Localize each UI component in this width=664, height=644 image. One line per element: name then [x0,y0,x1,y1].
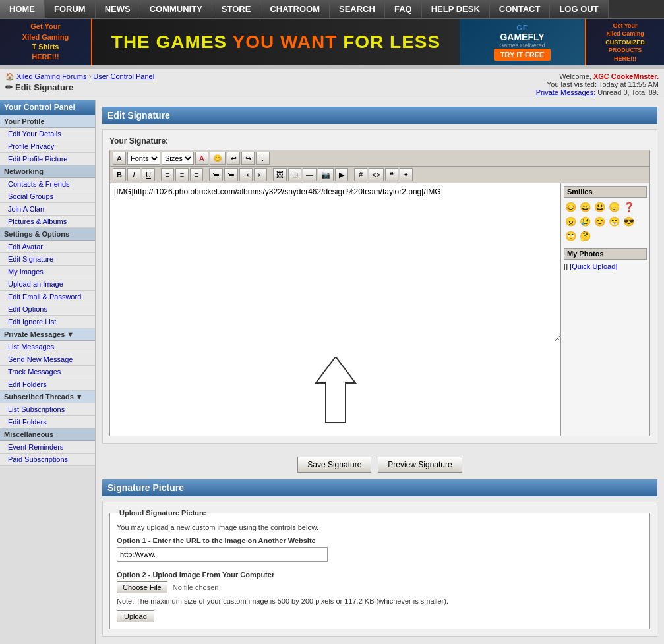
nav-search[interactable]: SEARCH [330,0,385,18]
nav-contact[interactable]: CONTACT [490,0,551,18]
smiley-12[interactable]: 🤔 [578,229,591,243]
smiley-5[interactable]: ❓ [622,200,635,214]
nav-faq[interactable]: FAQ [385,0,422,18]
nav-home[interactable]: HOME [0,0,45,18]
toolbar-img2[interactable]: 📷 [318,168,334,181]
sidebar-upload-image[interactable]: Upload an Image [0,278,95,291]
toolbar-undo[interactable]: ↩ [227,152,240,165]
toolbar-underline[interactable]: U [142,168,155,181]
toolbar-align-left[interactable]: ≡ [161,168,174,181]
smiley-8[interactable]: 😊 [593,215,606,228]
toolbar-hr[interactable]: — [303,168,317,181]
smiley-10[interactable]: 😎 [622,215,635,228]
smiley-7[interactable]: 😢 [578,215,591,228]
pm-label: Private Messages [4,330,65,338]
smilies-title: Smilies [564,186,647,198]
sidebar-edit-options[interactable]: Edit Options [0,303,95,316]
smiley-1[interactable]: 😊 [564,200,577,214]
nav-forum[interactable]: FORUM [45,0,96,18]
smiley-4[interactable]: 😞 [607,200,620,214]
toolbar-align-center[interactable]: ≡ [175,168,189,181]
nav-news[interactable]: NEWS [96,0,140,18]
sidebar-join-clan[interactable]: Join A Clan [0,203,95,216]
sidebar-list-messages[interactable]: List Messages [0,341,95,353]
toolbar-italic[interactable]: I [127,168,140,181]
toolbar-align-right[interactable]: ≡ [190,168,203,181]
last-visited-value: Today at 11:55 AM [599,80,659,88]
nav-chatroom[interactable]: CHATROOM [260,0,330,18]
toolbar-list-ordered[interactable]: ≔ [224,168,238,181]
banner-gamefly[interactable]: GF GAMEFLY Games Delivered TRY IT FREE [460,19,585,65]
banner-right-text: Get YourXiled GamingCUSTOMIZEDPRODUCTSHE… [605,22,644,63]
toolbar-indent[interactable]: ⇥ [239,168,253,181]
sidebar-contacts[interactable]: Contacts & Friends [0,178,95,190]
pm-arrow-icon: ▼ [67,330,74,338]
toolbar-bold[interactable]: B [113,168,126,181]
sidebar-ignore-list[interactable]: Edit Ignore List [0,316,95,328]
fonts-select[interactable]: Fonts [127,152,160,165]
sidebar-edit-email[interactable]: Edit Email & Password [0,291,95,303]
sidebar-your-profile[interactable]: Your Profile [0,115,95,128]
toolbar-special[interactable]: ✦ [400,168,413,181]
signature-textarea[interactable]: [IMG]http://i1026.photobucket.com/albums… [110,183,560,341]
sidebar-edit-avatar[interactable]: Edit Avatar [0,241,95,253]
sidebar-list-subscriptions[interactable]: List Subscriptions [0,403,95,416]
sidebar-edit-details[interactable]: Edit Your Details [0,128,95,140]
save-signature-button[interactable]: Save Signature [297,457,371,473]
toolbar-code[interactable]: <> [369,168,384,181]
toolbar-quote[interactable]: ❝ [385,168,398,181]
nav-community[interactable]: COMMUNITY [140,0,212,18]
toolbar-hash[interactable]: # [354,168,367,181]
toolbar-outdent[interactable]: ⇤ [254,168,267,181]
sidebar-subscribed-header[interactable]: Subscribed Threads ▼ [0,391,95,403]
nav-logout[interactable]: LOG OUT [550,0,608,18]
smiley-6[interactable]: 😠 [564,215,577,228]
url-input[interactable] [117,547,328,562]
last-visited-label: You last visited: [547,80,597,88]
sidebar-send-message[interactable]: Send New Message [0,353,95,366]
smiley-9[interactable]: 😁 [607,215,620,228]
nav-helpdesk[interactable]: HELP DESK [422,0,490,18]
sidebar-profile-privacy[interactable]: Profile Privacy [0,140,95,153]
smiley-11[interactable]: 🙄 [564,229,577,243]
breadcrumb-right: Welcome, XGC CookeMnster. You last visit… [536,73,659,96]
toolbar-video[interactable]: ▶ [335,168,348,181]
sidebar-event-reminders[interactable]: Event Reminders [0,441,95,454]
toolbar-smiley[interactable]: 😊 [210,152,226,165]
sidebar-social-groups[interactable]: Social Groups [0,190,95,203]
toolbar-list-unordered[interactable]: ≔ [209,168,223,181]
sidebar-edit-folders-pm[interactable]: Edit Folders [0,378,95,391]
toolbar-image[interactable]: 🖼 [273,168,287,181]
choose-file-button[interactable]: Choose File [117,581,167,593]
sidebar-edit-picture[interactable]: Edit Profile Picture [0,153,95,165]
toolbar-color[interactable]: A [195,152,208,165]
sidebar-edit-signature[interactable]: Edit Signature [0,253,95,266]
preview-signature-button[interactable]: Preview Signature [378,457,462,473]
breadcrumb-panel-link[interactable]: User Control Panel [93,73,154,80]
toolbar-redo[interactable]: ↪ [241,152,255,165]
toolbar-more[interactable]: ⋮ [256,152,270,165]
breadcrumb-forum-link[interactable]: Xiled Gaming Forums [16,73,86,80]
option1-label: Option 1 - Enter the URL to the Image on… [117,537,643,544]
sidebar-track-messages[interactable]: Track Messages [0,366,95,378]
sidebar-paid-subscriptions[interactable]: Paid Subscriptions [0,454,95,466]
toolbar-font-resize[interactable]: A [113,152,126,165]
smiley-3[interactable]: 😃 [593,200,606,214]
banner-left[interactable]: Get YourXiled GamingT ShirtsHERE!!! [0,19,92,65]
sidebar-my-images[interactable]: My Images [0,266,95,278]
toolbar-table[interactable]: ⊞ [288,168,301,181]
sidebar-pictures[interactable]: Pictures & Albums [0,216,95,228]
try-free-button[interactable]: TRY IT FREE [494,49,551,61]
sidebar-pm-header[interactable]: Private Messages ▼ [0,328,95,341]
pm-link[interactable]: Private Messages: [536,88,595,96]
sidebar-edit-folders-sub[interactable]: Edit Folders [0,416,95,428]
quick-upload-link[interactable]: [Quick Upload] [570,262,617,270]
banner-right[interactable]: Get YourXiled GamingCUSTOMIZEDPRODUCTSHE… [585,19,664,65]
smiley-2[interactable]: 😄 [578,200,591,214]
sizes-select[interactable]: Sizes [162,152,194,165]
banner-center[interactable]: THE GAMES YOU WANT FOR LESS [92,19,460,65]
editor-toolbar-2: B I U ≡ ≡ ≡ ≔ ≔ ⇥ ⇤ 🖼 ⊞ — 📷 ▶ # <> [109,166,650,183]
editor-textarea-area: [IMG]http://i1026.photobucket.com/albums… [109,183,561,436]
nav-store[interactable]: STORE [212,0,261,18]
upload-button[interactable]: Upload [117,610,154,622]
